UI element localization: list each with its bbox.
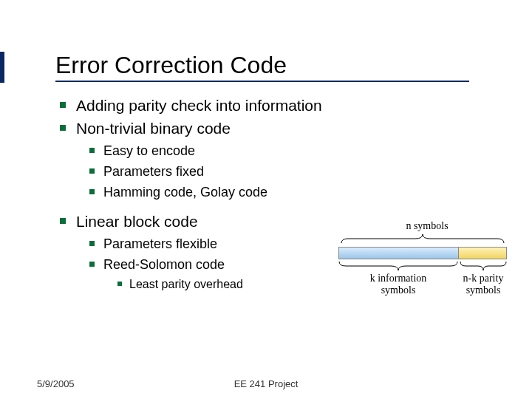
bullet-text: Parameters flexible <box>103 235 217 253</box>
title-accent-bar <box>0 52 4 83</box>
bullet-l2: Parameters fixed <box>89 163 499 180</box>
brace-k-icon <box>338 261 458 271</box>
bullet-text: Easy to encode <box>103 142 195 160</box>
bullet-text: Adding parity check into information <box>76 95 322 115</box>
codeword-bar <box>338 247 507 259</box>
bullet-text: Linear block code <box>76 211 198 231</box>
bullet-square-icon <box>89 189 95 194</box>
n-symbols-label: n symbols <box>338 220 510 232</box>
brace-top-icon <box>341 233 505 244</box>
bullet-text: Hamming code, Golay code <box>103 183 267 201</box>
diagram-labels: k informationsymbols n-k paritysymbols <box>338 273 510 296</box>
k-info-label: k informationsymbols <box>338 273 458 296</box>
bullet-text: Parameters fixed <box>103 163 204 180</box>
bullet-l2: Hamming code, Golay code <box>89 183 499 201</box>
bullet-text: Reed-Solomon code <box>103 256 225 273</box>
bullet-l1: Adding parity check into information <box>60 95 499 115</box>
title-wrap: Error Correction Code <box>55 52 499 82</box>
footer-center: EE 241 Project <box>0 378 532 389</box>
bullet-square-icon <box>89 168 95 174</box>
info-segment <box>339 248 459 259</box>
bullet-square-icon <box>60 218 66 224</box>
nk-parity-label: n-k paritysymbols <box>460 273 507 296</box>
bullet-text: Non-trivial binary code <box>76 118 231 138</box>
slide: Error Correction Code Adding parity chec… <box>0 0 532 399</box>
parity-segment <box>459 248 506 259</box>
bullet-square-icon <box>60 102 66 108</box>
bullet-square-icon <box>60 125 66 131</box>
brace-nk-icon <box>460 261 507 271</box>
bullet-square-icon <box>117 282 122 286</box>
bullet-square-icon <box>89 241 95 246</box>
bullet-square-icon <box>89 262 95 267</box>
bullet-l1: Non-trivial binary code <box>60 118 499 138</box>
bullet-text: Least parity overhead <box>129 276 243 293</box>
slide-title: Error Correction Code <box>55 52 469 82</box>
bullet-sublist: Easy to encode Parameters fixed Hamming … <box>89 142 499 202</box>
bullet-l2: Easy to encode <box>89 142 499 160</box>
codeword-diagram: n symbols k informationsymbols n-k parit… <box>338 220 510 296</box>
bullet-square-icon <box>89 148 95 153</box>
